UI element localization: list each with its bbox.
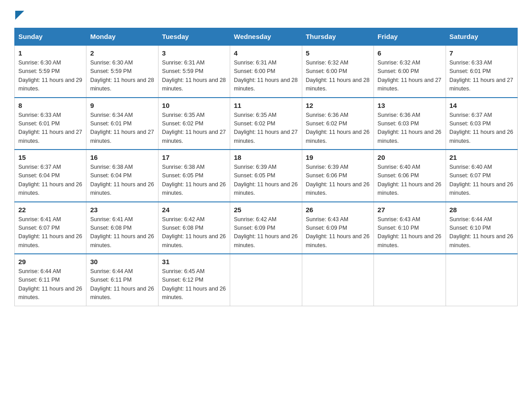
day-info: Sunrise: 6:38 AMSunset: 6:05 PMDaylight:… xyxy=(162,163,226,198)
calendar-day-cell: 9Sunrise: 6:34 AMSunset: 6:01 PMDaylight… xyxy=(86,98,158,150)
day-info: Sunrise: 6:32 AMSunset: 6:00 PMDaylight:… xyxy=(378,59,442,94)
weekday-header-friday: Friday xyxy=(374,28,446,46)
calendar-day-cell: 4Sunrise: 6:31 AMSunset: 6:00 PMDaylight… xyxy=(230,45,302,98)
calendar-week-row: 22Sunrise: 6:41 AMSunset: 6:07 PMDayligh… xyxy=(15,202,518,254)
day-number: 19 xyxy=(306,154,370,161)
day-number: 9 xyxy=(90,102,154,109)
calendar-day-cell xyxy=(302,254,373,306)
day-number: 23 xyxy=(90,206,154,214)
day-info: Sunrise: 6:39 AMSunset: 6:06 PMDaylight:… xyxy=(306,163,370,198)
day-number: 16 xyxy=(90,154,154,161)
day-number: 8 xyxy=(18,102,82,109)
weekday-header-sunday: Sunday xyxy=(15,28,86,46)
day-number: 31 xyxy=(162,258,226,265)
calendar-day-cell: 13Sunrise: 6:36 AMSunset: 6:03 PMDayligh… xyxy=(374,98,446,150)
day-number: 28 xyxy=(450,206,514,214)
calendar-day-cell: 22Sunrise: 6:41 AMSunset: 6:07 PMDayligh… xyxy=(15,202,86,254)
calendar-week-row: 29Sunrise: 6:44 AMSunset: 6:11 PMDayligh… xyxy=(15,254,518,306)
day-info: Sunrise: 6:41 AMSunset: 6:07 PMDaylight:… xyxy=(18,215,82,250)
logo-arrow-icon xyxy=(15,11,24,20)
day-info: Sunrise: 6:33 AMSunset: 6:01 PMDaylight:… xyxy=(450,59,514,94)
day-info: Sunrise: 6:42 AMSunset: 6:09 PMDaylight:… xyxy=(234,215,298,250)
calendar-day-cell: 29Sunrise: 6:44 AMSunset: 6:11 PMDayligh… xyxy=(15,254,86,306)
day-number: 11 xyxy=(234,102,298,109)
day-info: Sunrise: 6:35 AMSunset: 6:02 PMDaylight:… xyxy=(234,111,298,146)
calendar-day-cell xyxy=(446,254,517,306)
weekday-header-wednesday: Wednesday xyxy=(230,28,302,46)
calendar-day-cell: 17Sunrise: 6:38 AMSunset: 6:05 PMDayligh… xyxy=(158,150,230,202)
calendar-day-cell: 23Sunrise: 6:41 AMSunset: 6:08 PMDayligh… xyxy=(86,202,158,254)
calendar-day-cell: 6Sunrise: 6:32 AMSunset: 6:00 PMDaylight… xyxy=(374,45,446,98)
day-info: Sunrise: 6:35 AMSunset: 6:02 PMDaylight:… xyxy=(162,111,226,146)
logo xyxy=(14,11,24,19)
weekday-header-tuesday: Tuesday xyxy=(158,28,230,46)
calendar-day-cell: 25Sunrise: 6:42 AMSunset: 6:09 PMDayligh… xyxy=(230,202,302,254)
day-info: Sunrise: 6:33 AMSunset: 6:01 PMDaylight:… xyxy=(18,111,82,146)
day-number: 30 xyxy=(90,258,154,265)
calendar-day-cell: 21Sunrise: 6:40 AMSunset: 6:07 PMDayligh… xyxy=(446,150,517,202)
day-info: Sunrise: 6:34 AMSunset: 6:01 PMDaylight:… xyxy=(90,111,154,146)
page-header xyxy=(14,11,518,19)
day-info: Sunrise: 6:43 AMSunset: 6:09 PMDaylight:… xyxy=(306,215,370,250)
day-info: Sunrise: 6:44 AMSunset: 6:11 PMDaylight:… xyxy=(90,267,154,302)
day-number: 27 xyxy=(378,206,442,214)
calendar-table: SundayMondayTuesdayWednesdayThursdayFrid… xyxy=(14,28,518,306)
day-info: Sunrise: 6:31 AMSunset: 6:00 PMDaylight:… xyxy=(234,59,298,94)
calendar-day-cell xyxy=(230,254,302,306)
day-info: Sunrise: 6:36 AMSunset: 6:03 PMDaylight:… xyxy=(378,111,442,146)
day-number: 24 xyxy=(162,206,226,214)
calendar-day-cell: 26Sunrise: 6:43 AMSunset: 6:09 PMDayligh… xyxy=(302,202,373,254)
day-info: Sunrise: 6:37 AMSunset: 6:03 PMDaylight:… xyxy=(450,111,514,146)
day-number: 25 xyxy=(234,206,298,214)
day-info: Sunrise: 6:37 AMSunset: 6:04 PMDaylight:… xyxy=(18,163,82,198)
calendar-day-cell: 20Sunrise: 6:40 AMSunset: 6:06 PMDayligh… xyxy=(374,150,446,202)
calendar-day-cell: 27Sunrise: 6:43 AMSunset: 6:10 PMDayligh… xyxy=(374,202,446,254)
day-info: Sunrise: 6:43 AMSunset: 6:10 PMDaylight:… xyxy=(378,215,442,250)
day-number: 2 xyxy=(90,49,154,57)
calendar-day-cell: 14Sunrise: 6:37 AMSunset: 6:03 PMDayligh… xyxy=(446,98,517,150)
day-info: Sunrise: 6:44 AMSunset: 6:11 PMDaylight:… xyxy=(18,267,82,302)
day-number: 26 xyxy=(306,206,370,214)
day-info: Sunrise: 6:32 AMSunset: 6:00 PMDaylight:… xyxy=(306,59,370,94)
day-info: Sunrise: 6:41 AMSunset: 6:08 PMDaylight:… xyxy=(90,215,154,250)
calendar-day-cell: 30Sunrise: 6:44 AMSunset: 6:11 PMDayligh… xyxy=(86,254,158,306)
calendar-day-cell xyxy=(374,254,446,306)
calendar-day-cell: 3Sunrise: 6:31 AMSunset: 5:59 PMDaylight… xyxy=(158,45,230,98)
day-number: 6 xyxy=(378,49,442,57)
calendar-day-cell: 24Sunrise: 6:42 AMSunset: 6:08 PMDayligh… xyxy=(158,202,230,254)
weekday-header-thursday: Thursday xyxy=(302,28,373,46)
day-number: 3 xyxy=(162,49,226,57)
day-number: 14 xyxy=(450,102,514,109)
calendar-week-row: 15Sunrise: 6:37 AMSunset: 6:04 PMDayligh… xyxy=(15,150,518,202)
calendar-week-row: 1Sunrise: 6:30 AMSunset: 5:59 PMDaylight… xyxy=(15,45,518,98)
day-info: Sunrise: 6:39 AMSunset: 6:05 PMDaylight:… xyxy=(234,163,298,198)
day-info: Sunrise: 6:30 AMSunset: 5:59 PMDaylight:… xyxy=(90,59,154,94)
day-number: 10 xyxy=(162,102,226,109)
calendar-day-cell: 12Sunrise: 6:36 AMSunset: 6:02 PMDayligh… xyxy=(302,98,373,150)
day-number: 21 xyxy=(450,154,514,161)
calendar-day-cell: 7Sunrise: 6:33 AMSunset: 6:01 PMDaylight… xyxy=(446,45,517,98)
calendar-day-cell: 16Sunrise: 6:38 AMSunset: 6:04 PMDayligh… xyxy=(86,150,158,202)
calendar-day-cell: 31Sunrise: 6:45 AMSunset: 6:12 PMDayligh… xyxy=(158,254,230,306)
calendar-day-cell: 15Sunrise: 6:37 AMSunset: 6:04 PMDayligh… xyxy=(15,150,86,202)
calendar-day-cell: 10Sunrise: 6:35 AMSunset: 6:02 PMDayligh… xyxy=(158,98,230,150)
calendar-day-cell: 2Sunrise: 6:30 AMSunset: 5:59 PMDaylight… xyxy=(86,45,158,98)
calendar-week-row: 8Sunrise: 6:33 AMSunset: 6:01 PMDaylight… xyxy=(15,98,518,150)
calendar-day-cell: 19Sunrise: 6:39 AMSunset: 6:06 PMDayligh… xyxy=(302,150,373,202)
calendar-day-cell: 18Sunrise: 6:39 AMSunset: 6:05 PMDayligh… xyxy=(230,150,302,202)
calendar-day-cell: 5Sunrise: 6:32 AMSunset: 6:00 PMDaylight… xyxy=(302,45,373,98)
day-number: 15 xyxy=(18,154,82,161)
day-info: Sunrise: 6:30 AMSunset: 5:59 PMDaylight:… xyxy=(18,59,82,94)
day-info: Sunrise: 6:38 AMSunset: 6:04 PMDaylight:… xyxy=(90,163,154,198)
weekday-header-monday: Monday xyxy=(86,28,158,46)
day-info: Sunrise: 6:36 AMSunset: 6:02 PMDaylight:… xyxy=(306,111,370,146)
day-info: Sunrise: 6:31 AMSunset: 5:59 PMDaylight:… xyxy=(162,59,226,94)
day-number: 5 xyxy=(306,49,370,57)
calendar-day-cell: 8Sunrise: 6:33 AMSunset: 6:01 PMDaylight… xyxy=(15,98,86,150)
calendar-day-cell: 1Sunrise: 6:30 AMSunset: 5:59 PMDaylight… xyxy=(15,45,86,98)
day-number: 13 xyxy=(378,102,442,109)
day-info: Sunrise: 6:42 AMSunset: 6:08 PMDaylight:… xyxy=(162,215,226,250)
day-info: Sunrise: 6:40 AMSunset: 6:07 PMDaylight:… xyxy=(450,163,514,198)
day-info: Sunrise: 6:45 AMSunset: 6:12 PMDaylight:… xyxy=(162,267,226,302)
day-number: 17 xyxy=(162,154,226,161)
